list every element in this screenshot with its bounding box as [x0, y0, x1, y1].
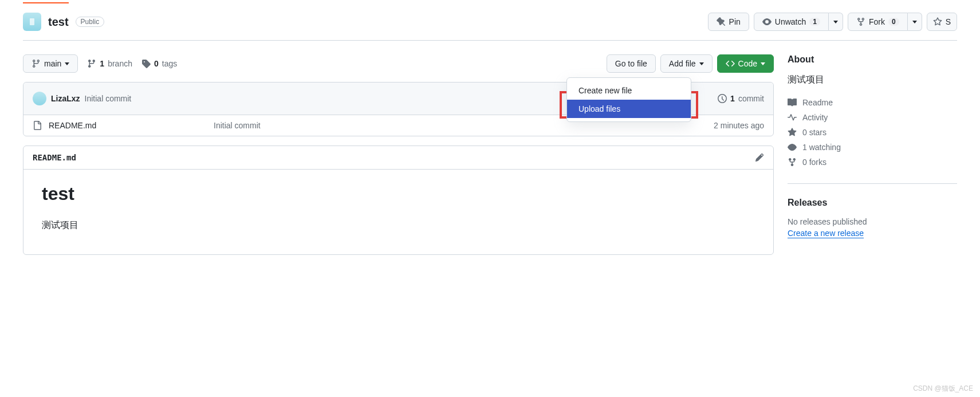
visibility-badge: Public	[76, 17, 105, 27]
file-commit-message: Initial commit	[214, 121, 705, 130]
readme-heading: test	[42, 183, 755, 210]
add-file-dropdown: Create new file Upload files	[566, 77, 691, 122]
add-file-label: Add file	[669, 59, 696, 68]
code-icon	[726, 59, 735, 68]
tags-link[interactable]: 0 tags	[141, 59, 177, 68]
author-avatar[interactable]	[33, 92, 46, 105]
pulse-icon	[788, 113, 797, 122]
no-releases-text: No releases published	[788, 217, 957, 226]
chevron-down-icon	[699, 62, 704, 65]
eye-icon	[788, 143, 797, 152]
about-title: About	[788, 54, 957, 65]
eye-icon	[762, 17, 772, 26]
file-icon	[33, 121, 42, 130]
branches-link[interactable]: 1 branch	[87, 59, 132, 68]
branch-label: branch	[108, 59, 132, 68]
create-new-file-item[interactable]: Create new file	[567, 81, 691, 100]
svg-rect-0	[30, 18, 34, 25]
activity-link-label: Activity	[802, 113, 828, 122]
about-description: 测试项目	[788, 74, 957, 86]
pin-button[interactable]: Pin	[708, 13, 749, 31]
star-icon	[788, 128, 797, 137]
file-name: README.md	[49, 121, 96, 130]
branch-icon	[32, 59, 41, 68]
tag-icon	[141, 59, 151, 68]
commits-label: commit	[738, 94, 764, 103]
pin-icon	[717, 17, 726, 26]
commit-author[interactable]: LizaLxz	[51, 94, 80, 103]
commit-message[interactable]: Initial commit	[85, 94, 132, 103]
forks-link[interactable]: 0 forks	[788, 155, 957, 170]
star-button[interactable]: S	[927, 13, 957, 31]
activity-link[interactable]: Activity	[788, 110, 957, 125]
forks-link-label: 0 forks	[802, 158, 826, 167]
stars-link[interactable]: 0 stars	[788, 125, 957, 140]
branch-count: 1	[100, 59, 104, 68]
commits-count: 1	[730, 94, 735, 103]
history-icon	[718, 94, 727, 103]
branch-icon	[87, 59, 96, 68]
tag-label: tags	[162, 59, 177, 68]
repo-avatar	[23, 13, 41, 31]
unwatch-button[interactable]: Unwatch 1	[754, 13, 829, 31]
pin-label: Pin	[729, 17, 741, 26]
add-file-button[interactable]: Add file	[660, 54, 713, 73]
releases-title: Releases	[788, 198, 957, 208]
branch-name: main	[44, 59, 61, 68]
readme-body-text: 测试项目	[42, 219, 755, 231]
fork-icon	[856, 17, 865, 26]
fork-button[interactable]: Fork 0	[848, 13, 908, 31]
go-to-file-button[interactable]: Go to file	[607, 54, 656, 73]
readme-filename[interactable]: README.md	[33, 153, 76, 162]
readme-link[interactable]: Readme	[788, 95, 957, 110]
create-release-link[interactable]: Create a new release	[788, 229, 864, 238]
book-icon	[788, 98, 797, 107]
readme-link-label: Readme	[802, 98, 833, 107]
watching-link-label: 1 watching	[802, 143, 841, 152]
unwatch-label: Unwatch	[775, 17, 806, 26]
stars-link-label: 0 stars	[802, 128, 826, 137]
fork-icon	[788, 158, 797, 167]
pencil-icon[interactable]	[755, 153, 764, 162]
star-icon	[933, 17, 942, 26]
readme-panel: README.md test 测试项目	[23, 146, 774, 255]
fork-caret-button[interactable]	[908, 13, 922, 31]
code-label: Code	[738, 59, 757, 68]
repo-name: test	[48, 15, 69, 29]
chevron-down-icon	[65, 62, 69, 65]
fork-count: 0	[888, 18, 899, 26]
file-time: 2 minutes ago	[714, 121, 764, 130]
chevron-down-icon	[761, 62, 765, 65]
code-button[interactable]: Code	[717, 54, 774, 73]
upload-files-item[interactable]: Upload files	[567, 100, 691, 118]
star-label: S	[946, 17, 951, 26]
go-to-file-label: Go to file	[615, 59, 647, 68]
watching-link[interactable]: 1 watching	[788, 140, 957, 155]
tag-count: 0	[154, 59, 159, 68]
watch-caret-button[interactable]	[829, 13, 843, 31]
watch-count: 1	[809, 18, 820, 26]
chevron-down-icon	[912, 21, 917, 23]
fork-label: Fork	[869, 17, 885, 26]
commits-link[interactable]: 1 commit	[718, 94, 764, 103]
branch-select-button[interactable]: main	[23, 54, 78, 73]
chevron-down-icon	[833, 21, 838, 23]
